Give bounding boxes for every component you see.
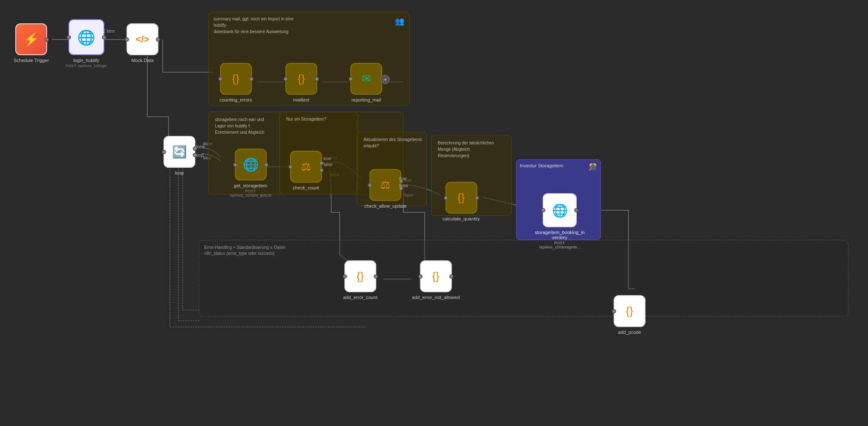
port-left [233,163,237,167]
port-left [368,183,372,187]
login-hublify-node[interactable]: 🌐 login_hublify POST: /api/eos_10/login [66,19,107,68]
port-left [125,37,129,42]
port-right [374,274,378,279]
get-storageitem-label: get_storageitem [234,183,268,188]
items-badge: 1 item [103,29,115,34]
add-error-not-allowed-label: add_error_not_allowed [412,295,460,300]
curly-icon-error-count: {} [357,270,364,283]
add-pcode-node[interactable]: {} add_pcode [614,295,645,335]
schedule-trigger-label: Schedule Trigger [14,58,49,63]
storageitem-booking-label: storageItem_booking_inventory [534,230,585,240]
error-group-label: Error-Handling + Standardisierung v. Dat… [204,245,285,257]
done-label: done [195,144,205,149]
error-group: Error-Handling + Standardisierung v. Dat… [199,240,848,316]
add-error-count-node[interactable]: {} add_error_count [343,260,378,300]
port-right [574,208,578,212]
false-label-allow: false [399,183,408,188]
check-count-node[interactable]: ⚖ check_count [290,151,322,190]
true-label-allow: true [399,176,406,181]
true-label-check-count: true [324,156,331,161]
port-left [418,274,423,279]
port-left [67,35,71,39]
check-allow-update-node[interactable]: ⚖ check_allow_update [364,169,407,209]
loop-label-edge: loop [195,153,203,158]
loop-icon: 🔄 [172,145,187,159]
storageitem-group-label: storageitem nach ean undLager von hublif… [215,116,264,135]
check-count-label: check_count [293,185,319,190]
globe-icon-booking: 🌐 [552,203,568,218]
port-left [288,165,293,169]
port-left [612,309,616,313]
curly-icon-counting: {} [232,72,240,85]
port-right [102,35,106,39]
add-error-not-allowed-node[interactable]: {} add_error_not_allowed [412,260,460,300]
login-hublify-sublabel: POST: /api/eos_10/login [66,64,107,68]
mail-icon: ✉ [362,72,371,85]
lightning-icon: ⚡ [23,32,39,47]
add-error-count-label: add_error_count [343,295,378,300]
port-left [444,196,448,200]
storageitem-booking-node[interactable]: 🌐 storageItem_booking_inventory POST: /a… [534,193,585,249]
curly-icon-calc: {} [457,191,465,204]
filter-icon-allow: ⚖ [380,178,390,192]
storageitem-booking-sublabel: POST: /api/eos_10/storageIte... [534,241,585,249]
curly-icon-mail: {} [298,72,305,85]
mailtext-label: mailtext [293,97,310,102]
mailtext-node[interactable]: {} mailtext [285,63,317,102]
port-left [162,150,166,154]
check-allow-update-label: check_allow_update [364,203,407,209]
mock-data-label: Mock Data [131,58,154,63]
reporting-mail-label: reporting_mail [352,97,381,102]
nur-ein-group-label: Nur ein Storageitem? [286,116,327,122]
summary-group-label: summary mail, ggf. noch ein Import in ei… [214,16,299,35]
port-right [249,77,254,81]
port-left [343,274,347,279]
add-pcode-label: add_pcode [618,330,641,335]
curly-icon-error-not-allowed: {} [432,270,440,283]
port-right [156,37,160,42]
port-right [475,196,479,200]
inventur-icon: 🎊 [589,163,597,171]
port-right [45,37,49,42]
code-icon: </> [136,34,149,45]
reporting-mail-node[interactable]: ✉ reporting_mail + [350,63,382,102]
group-icon-summary: 👥 [395,17,404,26]
aktualisieren-group-label: Aktualisieren des Storageitems erlaubt? [364,136,426,149]
globe-icon: 🌐 [77,29,95,46]
filter-icon-check: ⚖ [301,160,311,173]
port-true [319,161,324,165]
add-button-reporting[interactable]: + [380,75,390,84]
mock-data-node[interactable]: </> Mock Data [127,23,158,63]
get-storageitem-sublabel: POST: /api/eos_10/data_getList [225,189,276,197]
counting-errors-node[interactable]: {} counting_errors [220,63,252,102]
loop-label: loop [175,170,184,175]
get-storageitem-node[interactable]: 🌐 get_storageitem POST: /api/eos_10/data… [225,149,276,197]
calculate-quantity-node[interactable]: {} calculate_quantity [442,182,480,221]
schedule-trigger-node[interactable]: ⚡ Schedule Trigger [14,23,49,63]
port-left [541,208,545,212]
curly-icon-pcode: {} [626,305,633,318]
globe-icon-storage: 🌐 [243,157,259,172]
port-right [264,163,268,167]
port-left [349,77,353,81]
port-left [284,77,288,81]
false-label-check-count: false [324,162,333,167]
port-left [218,77,223,81]
counting-errors-label: counting_errors [220,97,252,102]
port-false [319,168,324,172]
login-hublify-label: login_hublify [73,58,99,63]
berechnung-group-label: Berechnung der tatsächlichenMenge (Abgle… [438,140,494,159]
loop-node[interactable]: 🔄 loop [163,136,195,175]
calculate-quantity-label: calculate_quantity [442,216,480,221]
port-right [449,274,454,279]
inventur-group-label: Inventur Storageitem [520,163,563,168]
plus-icon[interactable]: + [380,75,390,84]
port-right [315,77,319,81]
